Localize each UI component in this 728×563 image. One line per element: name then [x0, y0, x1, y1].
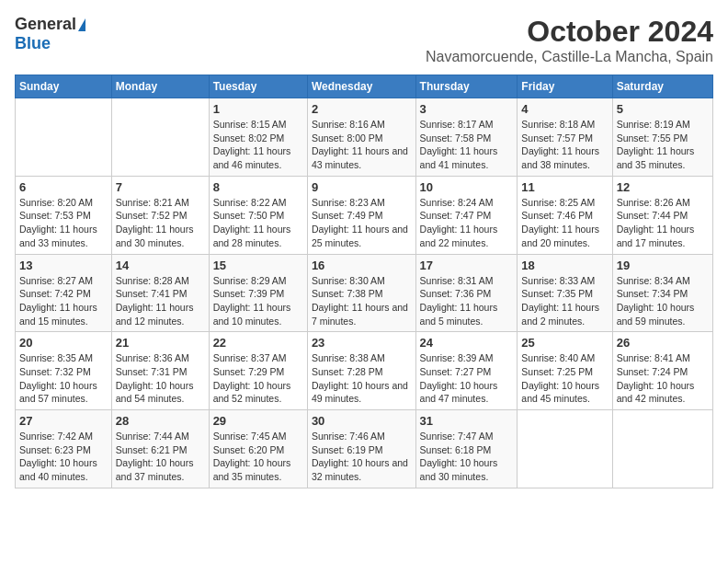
day-info: Sunrise: 8:18 AM Sunset: 7:57 PM Dayligh… [521, 119, 599, 170]
calendar-cell: 3Sunrise: 8:17 AM Sunset: 7:58 PM Daylig… [415, 98, 518, 177]
page-header: General Blue October 2024 Navamorcuende,… [15, 15, 713, 65]
calendar-cell [518, 410, 612, 488]
day-number: 18 [521, 259, 608, 272]
day-number: 20 [19, 336, 108, 350]
calendar-cell: 31Sunrise: 7:47 AM Sunset: 6:18 PM Dayli… [415, 410, 518, 488]
calendar-cell: 5Sunrise: 8:19 AM Sunset: 7:55 PM Daylig… [612, 98, 712, 177]
calendar-cell: 12Sunrise: 8:26 AM Sunset: 7:44 PM Dayli… [612, 176, 712, 254]
day-info: Sunrise: 8:41 AM Sunset: 7:24 PM Dayligh… [617, 352, 695, 404]
day-info: Sunrise: 8:23 AM Sunset: 7:49 PM Dayligh… [312, 197, 408, 248]
calendar-week-5: 27Sunrise: 7:42 AM Sunset: 6:23 PM Dayli… [16, 410, 713, 488]
day-info: Sunrise: 8:28 AM Sunset: 7:41 PM Dayligh… [116, 275, 194, 327]
day-info: Sunrise: 8:15 AM Sunset: 8:02 PM Dayligh… [213, 119, 291, 170]
day-number: 25 [521, 336, 608, 350]
day-info: Sunrise: 8:33 AM Sunset: 7:35 PM Dayligh… [521, 275, 599, 327]
day-number: 7 [116, 180, 205, 194]
calendar-cell: 14Sunrise: 8:28 AM Sunset: 7:41 PM Dayli… [111, 254, 209, 332]
day-number: 9 [312, 180, 412, 194]
day-info: Sunrise: 8:27 AM Sunset: 7:42 PM Dayligh… [19, 275, 97, 327]
header-monday: Monday [111, 75, 209, 98]
day-number: 3 [420, 102, 514, 116]
logo-blue-text: Blue [15, 34, 51, 53]
day-number: 11 [521, 180, 608, 194]
calendar-week-2: 6Sunrise: 8:20 AM Sunset: 7:53 PM Daylig… [16, 176, 713, 254]
calendar-cell: 4Sunrise: 8:18 AM Sunset: 7:57 PM Daylig… [518, 98, 612, 177]
day-info: Sunrise: 8:16 AM Sunset: 8:00 PM Dayligh… [312, 119, 408, 170]
day-info: Sunrise: 8:34 AM Sunset: 7:34 PM Dayligh… [617, 275, 695, 327]
day-number: 22 [213, 336, 303, 350]
day-info: Sunrise: 8:22 AM Sunset: 7:50 PM Dayligh… [213, 197, 291, 248]
calendar-cell: 7Sunrise: 8:21 AM Sunset: 7:52 PM Daylig… [111, 176, 209, 254]
day-number: 6 [19, 180, 108, 194]
day-number: 15 [213, 259, 303, 272]
day-info: Sunrise: 8:35 AM Sunset: 7:32 PM Dayligh… [19, 352, 97, 404]
logo-icon [78, 18, 85, 31]
day-info: Sunrise: 8:39 AM Sunset: 7:27 PM Dayligh… [420, 352, 498, 404]
day-number: 23 [312, 336, 412, 350]
header-wednesday: Wednesday [307, 75, 415, 98]
day-number: 8 [213, 180, 303, 194]
calendar-cell: 21Sunrise: 8:36 AM Sunset: 7:31 PM Dayli… [111, 332, 209, 410]
day-info: Sunrise: 8:25 AM Sunset: 7:46 PM Dayligh… [521, 197, 599, 248]
day-info: Sunrise: 8:38 AM Sunset: 7:28 PM Dayligh… [312, 352, 408, 404]
calendar-cell: 18Sunrise: 8:33 AM Sunset: 7:35 PM Dayli… [518, 254, 612, 332]
calendar-cell: 16Sunrise: 8:30 AM Sunset: 7:38 PM Dayli… [307, 254, 415, 332]
calendar-header-row: SundayMondayTuesdayWednesdayThursdayFrid… [16, 75, 713, 98]
day-number: 1 [213, 102, 303, 116]
day-info: Sunrise: 7:42 AM Sunset: 6:23 PM Dayligh… [19, 431, 97, 482]
day-info: Sunrise: 7:46 AM Sunset: 6:19 PM Dayligh… [312, 431, 408, 482]
calendar-cell: 25Sunrise: 8:40 AM Sunset: 7:25 PM Dayli… [518, 332, 612, 410]
day-info: Sunrise: 8:29 AM Sunset: 7:39 PM Dayligh… [213, 275, 291, 327]
day-info: Sunrise: 8:20 AM Sunset: 7:53 PM Dayligh… [19, 197, 97, 248]
calendar-cell: 20Sunrise: 8:35 AM Sunset: 7:32 PM Dayli… [16, 332, 112, 410]
header-thursday: Thursday [415, 75, 518, 98]
logo: General Blue [15, 15, 85, 53]
day-number: 27 [19, 414, 108, 428]
day-number: 4 [521, 102, 608, 116]
calendar-week-4: 20Sunrise: 8:35 AM Sunset: 7:32 PM Dayli… [16, 332, 713, 410]
day-number: 26 [617, 336, 709, 350]
day-number: 19 [617, 259, 709, 272]
day-number: 29 [213, 414, 303, 428]
day-number: 2 [312, 102, 412, 116]
day-number: 12 [617, 180, 709, 194]
day-info: Sunrise: 8:17 AM Sunset: 7:58 PM Dayligh… [420, 119, 498, 170]
logo-general-text: General [15, 15, 76, 34]
calendar-cell: 29Sunrise: 7:45 AM Sunset: 6:20 PM Dayli… [209, 410, 307, 488]
day-info: Sunrise: 8:30 AM Sunset: 7:38 PM Dayligh… [312, 275, 408, 327]
calendar-cell: 15Sunrise: 8:29 AM Sunset: 7:39 PM Dayli… [209, 254, 307, 332]
day-info: Sunrise: 8:37 AM Sunset: 7:29 PM Dayligh… [213, 352, 291, 404]
calendar-cell: 22Sunrise: 8:37 AM Sunset: 7:29 PM Dayli… [209, 332, 307, 410]
calendar-cell: 26Sunrise: 8:41 AM Sunset: 7:24 PM Dayli… [612, 332, 712, 410]
calendar-cell: 8Sunrise: 8:22 AM Sunset: 7:50 PM Daylig… [209, 176, 307, 254]
header-saturday: Saturday [612, 75, 712, 98]
day-number: 16 [312, 259, 412, 272]
title-area: October 2024 Navamorcuende, Castille-La … [426, 15, 713, 65]
header-sunday: Sunday [16, 75, 112, 98]
calendar-cell: 19Sunrise: 8:34 AM Sunset: 7:34 PM Dayli… [612, 254, 712, 332]
day-number: 17 [420, 259, 514, 272]
calendar-cell [16, 98, 112, 177]
calendar-cell: 10Sunrise: 8:24 AM Sunset: 7:47 PM Dayli… [415, 176, 518, 254]
calendar-cell: 6Sunrise: 8:20 AM Sunset: 7:53 PM Daylig… [16, 176, 112, 254]
day-number: 30 [312, 414, 412, 428]
day-number: 10 [420, 180, 514, 194]
day-info: Sunrise: 7:45 AM Sunset: 6:20 PM Dayligh… [213, 431, 291, 482]
page-subtitle: Navamorcuende, Castille-La Mancha, Spain [426, 49, 713, 65]
day-number: 24 [420, 336, 514, 350]
calendar-cell: 17Sunrise: 8:31 AM Sunset: 7:36 PM Dayli… [415, 254, 518, 332]
day-info: Sunrise: 8:21 AM Sunset: 7:52 PM Dayligh… [116, 197, 194, 248]
calendar-cell: 11Sunrise: 8:25 AM Sunset: 7:46 PM Dayli… [518, 176, 612, 254]
calendar-cell: 28Sunrise: 7:44 AM Sunset: 6:21 PM Dayli… [111, 410, 209, 488]
calendar-table: SundayMondayTuesdayWednesdayThursdayFrid… [15, 75, 713, 488]
calendar-cell: 9Sunrise: 8:23 AM Sunset: 7:49 PM Daylig… [307, 176, 415, 254]
calendar-cell: 13Sunrise: 8:27 AM Sunset: 7:42 PM Dayli… [16, 254, 112, 332]
day-info: Sunrise: 8:26 AM Sunset: 7:44 PM Dayligh… [617, 197, 695, 248]
calendar-cell: 30Sunrise: 7:46 AM Sunset: 6:19 PM Dayli… [307, 410, 415, 488]
calendar-cell [612, 410, 712, 488]
calendar-week-3: 13Sunrise: 8:27 AM Sunset: 7:42 PM Dayli… [16, 254, 713, 332]
calendar-cell: 24Sunrise: 8:39 AM Sunset: 7:27 PM Dayli… [415, 332, 518, 410]
day-info: Sunrise: 8:19 AM Sunset: 7:55 PM Dayligh… [617, 119, 695, 170]
calendar-cell [111, 98, 209, 177]
calendar-cell: 1Sunrise: 8:15 AM Sunset: 8:02 PM Daylig… [209, 98, 307, 177]
